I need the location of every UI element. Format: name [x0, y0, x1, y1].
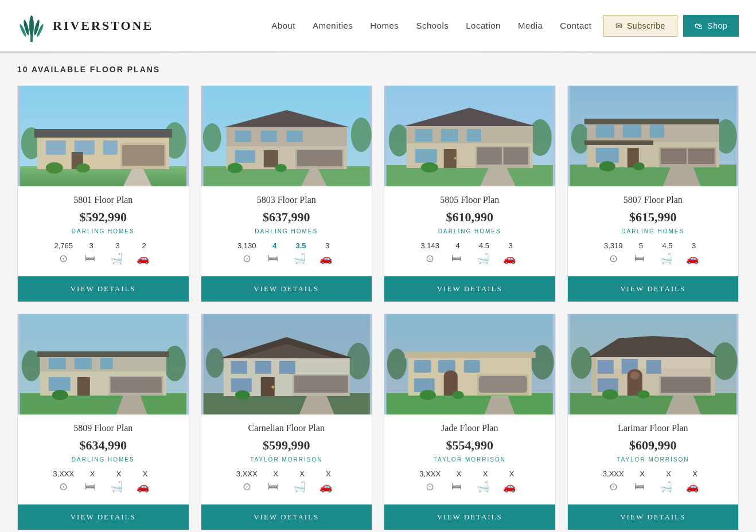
- plan-name: 5803 Floor Plan: [207, 195, 367, 205]
- subscribe-label: Subscribe: [627, 21, 665, 30]
- garage-icon: 🚗: [501, 252, 517, 265]
- svg-rect-83: [111, 377, 162, 393]
- view-details-button[interactable]: View Details: [18, 276, 189, 302]
- stat-icons: ⊙🛏🛁🚗: [574, 480, 733, 493]
- bath-icon: 🛁: [475, 480, 491, 493]
- card-info: Jade Floor Plan $554,990 TAYLOR MORRISON…: [384, 414, 555, 504]
- bath-icon: 🛁: [291, 252, 307, 265]
- svg-rect-47: [504, 147, 528, 165]
- stat-value: X: [477, 470, 493, 478]
- svg-point-111: [531, 345, 554, 380]
- stat-value: 3,XXX: [419, 470, 441, 478]
- shop-icon: 🛍: [695, 21, 703, 30]
- nav-about[interactable]: About: [271, 21, 295, 30]
- svg-rect-39: [387, 165, 553, 186]
- nav-schools[interactable]: Schools: [416, 21, 449, 30]
- stat-icons: ⊙🛏🛁🚗: [207, 480, 367, 493]
- plan-price: $554,990: [390, 438, 550, 453]
- svg-point-107: [235, 390, 250, 400]
- plan-stats: 2,765332: [24, 241, 183, 250]
- plan-price: $609,990: [574, 438, 733, 453]
- plan-builder: DARLING HOMES: [24, 228, 183, 234]
- plan-price: $637,990: [207, 210, 367, 225]
- svg-point-145: [637, 390, 649, 398]
- view-details-button[interactable]: View Details: [201, 504, 372, 530]
- card-image: [384, 314, 555, 414]
- svg-rect-99: [294, 375, 348, 393]
- svg-rect-67: [595, 125, 614, 138]
- svg-point-20: [76, 163, 90, 173]
- bed-icon: 🛏: [265, 252, 281, 265]
- svg-point-58: [571, 124, 589, 154]
- floor-plan-card: 5805 Floor Plan $610,990 DARLING HOMES 3…: [384, 85, 556, 302]
- stat-value: X: [111, 470, 127, 478]
- stat-value: X: [84, 470, 100, 478]
- view-details-button[interactable]: View Details: [384, 504, 555, 530]
- svg-point-105: [271, 386, 274, 389]
- subscribe-icon: ✉: [615, 21, 623, 30]
- svg-point-78: [164, 346, 186, 381]
- svg-rect-65: [660, 148, 686, 164]
- view-details-button[interactable]: View Details: [568, 276, 739, 302]
- stat-value: 4.5: [476, 241, 492, 250]
- nav-contact[interactable]: Contact: [560, 21, 591, 30]
- nav-homes[interactable]: Homes: [370, 21, 399, 30]
- svg-rect-62: [584, 119, 719, 124]
- nav-media[interactable]: Media: [518, 21, 543, 30]
- garage-icon: 🚗: [684, 480, 700, 493]
- sqft-icon: ⊙: [605, 480, 621, 493]
- view-details-button[interactable]: View Details: [201, 276, 372, 302]
- nav-amenities[interactable]: Amenities: [313, 21, 353, 30]
- svg-point-140: [630, 371, 639, 380]
- stat-value: 3,XXX: [236, 470, 258, 478]
- view-details-button[interactable]: View Details: [384, 276, 555, 302]
- card-info: 5809 Floor Plan $634,990 DARLING HOMES 3…: [18, 414, 189, 504]
- svg-rect-136: [646, 360, 661, 374]
- stat-value: 5: [633, 241, 649, 250]
- site-header: RIVERSTONE About Amenities Homes Schools…: [0, 0, 756, 52]
- card-image: [568, 86, 739, 186]
- svg-rect-29: [297, 150, 342, 166]
- garage-icon: 🚗: [684, 252, 700, 265]
- logo-link[interactable]: RIVERSTONE: [17, 9, 153, 43]
- sqft-icon: ⊙: [56, 480, 72, 493]
- plan-price: $615,990: [574, 210, 733, 225]
- svg-rect-81: [37, 351, 169, 357]
- plan-builder: DARLING HOMES: [24, 456, 183, 463]
- stat-value: 3.5: [293, 241, 309, 250]
- header-buttons: ✉ Subscribe 🛍 Shop: [603, 15, 739, 37]
- stat-value: 3,143: [420, 241, 439, 250]
- stat-value: X: [321, 470, 337, 478]
- svg-rect-34: [263, 150, 278, 167]
- view-details-button[interactable]: View Details: [18, 504, 189, 530]
- view-details-button[interactable]: View Details: [568, 504, 739, 530]
- plan-builder: DARLING HOMES: [207, 228, 367, 234]
- svg-rect-14: [46, 140, 66, 155]
- svg-rect-13: [122, 145, 165, 166]
- shop-button[interactable]: 🛍 Shop: [683, 15, 739, 37]
- bath-icon: 🛁: [108, 480, 124, 493]
- stat-value: 4: [450, 241, 466, 250]
- sqft-icon: ⊙: [56, 252, 72, 265]
- svg-rect-126: [570, 393, 736, 414]
- stat-value: X: [268, 470, 284, 478]
- floor-plan-card: 5809 Floor Plan $634,990 DARLING HOMES 3…: [17, 314, 189, 530]
- stat-icons: ⊙🛏🛁🚗: [207, 252, 367, 265]
- plan-builder: DARLING HOMES: [574, 228, 733, 234]
- card-image: [18, 314, 189, 414]
- logo-text: RIVERSTONE: [53, 18, 153, 33]
- floor-plan-card: Jade Floor Plan $554,990 TAYLOR MORRISON…: [384, 314, 556, 530]
- nav-location[interactable]: Location: [466, 21, 501, 30]
- stat-icons: ⊙🛏🛁🚗: [390, 480, 550, 493]
- stat-value: X: [634, 470, 650, 478]
- stat-value: 3: [319, 241, 336, 250]
- garage-icon: 🚗: [318, 480, 334, 493]
- subscribe-button[interactable]: ✉ Subscribe: [603, 15, 677, 37]
- svg-rect-66: [688, 148, 714, 164]
- plan-builder: TAYLOR MORRISON: [390, 456, 550, 463]
- svg-point-40: [389, 124, 410, 157]
- svg-rect-11: [34, 129, 172, 138]
- card-info: 5805 Floor Plan $610,990 DARLING HOMES 3…: [384, 186, 555, 276]
- svg-rect-57: [570, 165, 736, 186]
- svg-rect-88: [77, 377, 90, 396]
